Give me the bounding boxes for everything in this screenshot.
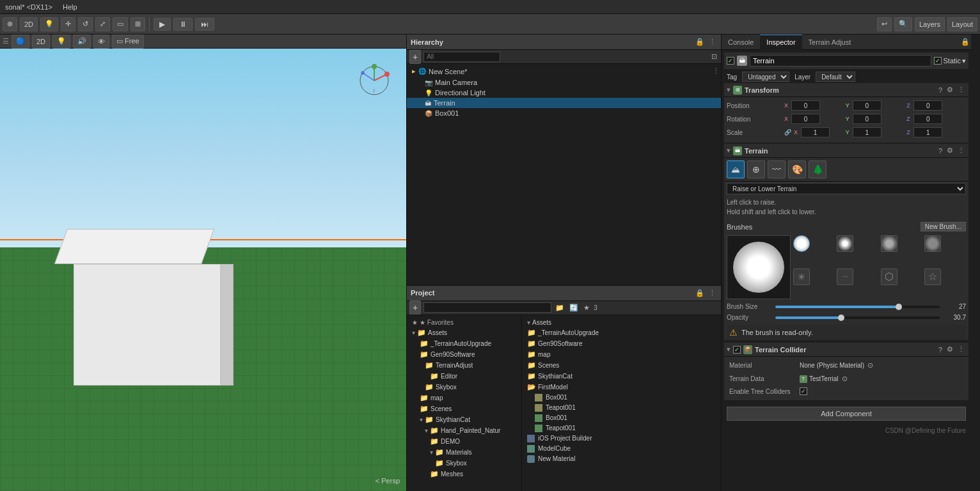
hierarchy-add-btn[interactable]: + — [409, 50, 421, 64]
right-terrain-upgrade[interactable]: 📁 _TerrainAutoUpgrade — [522, 327, 721, 338]
hierarchy-menu-btn[interactable]: ⋮ — [707, 37, 717, 47]
project-menu-btn[interactable]: ⋮ — [707, 288, 717, 298]
project-lock-btn[interactable]: 🔒 — [694, 288, 706, 298]
right-gen90[interactable]: 📁 Gen90Software — [522, 338, 721, 349]
scene-audio-btn[interactable]: 🔊 — [73, 35, 91, 49]
terrain-collider-header[interactable]: ▾ 📦 Terrain Collider ? ⚙ ⋮ — [724, 343, 968, 357]
scale-tool[interactable]: ⤢ — [95, 17, 110, 31]
terrain-mode-select[interactable]: Raise or Lower Terrain — [727, 183, 966, 194]
transform-all[interactable]: ⊞ — [130, 17, 145, 31]
project-search[interactable] — [423, 302, 551, 313]
transform-settings-btn[interactable]: ⚙ — [945, 85, 954, 95]
tab-terrain-adjust[interactable]: Terrain Adjust — [802, 35, 858, 50]
play-button[interactable]: ▶ — [154, 18, 171, 31]
material-pick-btn[interactable]: ⊙ — [866, 361, 874, 370]
materials-folder[interactable]: ▾ 📁 Materials — [407, 447, 521, 458]
project-refresh-btn[interactable]: 🔄 — [568, 303, 580, 313]
skybox2-folder[interactable]: 📁 Skybox — [407, 458, 521, 469]
right-teapot001b[interactable]: Teapot001 — [522, 423, 721, 433]
right-ios[interactable]: iOS Project Builder — [522, 433, 721, 444]
2d-btn[interactable]: 2D — [20, 17, 38, 31]
terrain-smooth-btn[interactable]: 〰 — [768, 160, 786, 178]
tree-colliders-checkbox[interactable] — [800, 387, 807, 395]
right-map[interactable]: 📁 map — [522, 349, 721, 360]
inspector-lock-btn[interactable]: 🔒 — [960, 37, 971, 47]
project-folder-btn[interactable]: 📁 — [554, 303, 565, 313]
scene-2d-btn[interactable]: 2D — [32, 35, 50, 49]
right-scenes[interactable]: 📁 Scenes — [522, 360, 721, 371]
search-btn[interactable]: 🔍 — [894, 17, 912, 31]
obj-name-field[interactable] — [750, 55, 931, 66]
transform-header[interactable]: ▾ ⊞ Transform ? ⚙ ⋮ — [724, 83, 968, 97]
pause-button[interactable]: ⏸ — [173, 18, 193, 31]
light-btn[interactable]: 💡 — [40, 17, 58, 31]
gen90-folder[interactable]: 📁 Gen90Software — [407, 349, 521, 360]
hierarchy-lock-btn[interactable]: 🔒 — [694, 37, 706, 47]
scenes-folder[interactable]: 📁 Scenes — [407, 403, 521, 414]
hierarchy-light[interactable]: 💡 Directional Light — [407, 88, 721, 98]
hierarchy-search[interactable] — [423, 52, 500, 62]
hierarchy-box[interactable]: 📦 Box001 — [407, 108, 721, 118]
scene-light-btn[interactable]: 💡 — [52, 35, 70, 49]
new-brush-button[interactable]: New Brush... — [921, 222, 966, 231]
hierarchy-scene[interactable]: ▸ 🌐 New Scene* ⋮ — [407, 65, 721, 77]
opacity-thumb[interactable] — [838, 315, 844, 321]
right-box001b[interactable]: Box001 — [522, 413, 721, 423]
add-component-button[interactable]: Add Component — [727, 407, 966, 421]
static-dropdown-icon[interactable]: ▾ — [962, 57, 966, 65]
terrain-component-header[interactable]: ▾ 🏔 Terrain ? ⚙ ⋮ — [724, 144, 968, 158]
tag-select[interactable]: Untagged — [742, 72, 789, 82]
meshes-folder[interactable]: 📁 Meshes — [407, 469, 521, 479]
skythian-folder[interactable]: ▾ 📁 SkythianCat — [407, 414, 521, 425]
right-modelcube[interactable]: ModelCube — [522, 444, 721, 454]
tab-inspector[interactable]: Inspector — [760, 35, 802, 50]
pos-y-input[interactable] — [853, 100, 881, 111]
brush-scattered-item[interactable]: ··· — [837, 269, 853, 285]
hierarchy-camera[interactable]: 📷 Main Camera — [407, 77, 721, 88]
terrain-tree-btn[interactable]: 🌲 — [809, 160, 826, 178]
rot-y-input[interactable] — [853, 114, 881, 124]
undo-btn[interactable]: ↩ — [877, 17, 892, 31]
scene-gizmo-btn[interactable]: 👁 — [93, 35, 109, 49]
layers-btn[interactable]: Layers — [915, 17, 945, 31]
brush-hex-item[interactable]: ⬡ — [881, 269, 897, 285]
rot-x-input[interactable] — [791, 114, 820, 124]
scene-render-mode[interactable]: 🔵 — [12, 35, 29, 49]
transform-menu-btn[interactable]: ⋮ — [956, 85, 966, 95]
collider-help-btn[interactable]: ? — [937, 345, 944, 354]
obj-active-checkbox[interactable] — [727, 57, 734, 65]
map-folder[interactable]: 📁 map — [407, 393, 521, 403]
layer-select[interactable]: Default — [816, 72, 855, 82]
terrain-stamp-btn[interactable]: ⊕ — [747, 160, 765, 178]
rect-tool[interactable]: ▭ — [113, 17, 128, 31]
right-firstmodel[interactable]: 📂 FirstModel — [522, 382, 721, 393]
rotate-tool[interactable]: ↺ — [78, 17, 93, 31]
assets-root[interactable]: ▾ 📁 Assets — [407, 327, 521, 338]
terrain-adjust-folder[interactable]: 📁 TerrainAdjust — [407, 360, 521, 371]
hand-painted-folder[interactable]: ▾ 📁 Hand_Painted_Natur — [407, 425, 521, 436]
brush-soft-item[interactable] — [837, 235, 853, 252]
brush-size-thumb[interactable] — [896, 304, 902, 310]
pos-z-input[interactable] — [913, 100, 942, 111]
terrain-help-btn[interactable]: ? — [937, 146, 944, 155]
brush-circle-item[interactable] — [793, 235, 810, 252]
scene-aspect-btn[interactable]: ▭ Free — [112, 35, 144, 49]
brush-cluster-item[interactable]: ✳ — [793, 269, 810, 285]
brush-size-track[interactable] — [775, 306, 940, 308]
transform-tool[interactable]: ⊕ — [3, 17, 17, 31]
opacity-track[interactable] — [775, 316, 940, 319]
brush-star-item[interactable]: ☆ — [924, 269, 941, 285]
scale-z-input[interactable] — [913, 127, 942, 137]
project-star-btn[interactable]: ★ — [582, 303, 591, 313]
editor-folder[interactable]: 📁 Editor — [407, 371, 521, 382]
scene-canvas[interactable]: y < Persp — [0, 49, 406, 491]
right-box001[interactable]: Box001 — [522, 393, 721, 403]
tab-console[interactable]: Console — [722, 35, 760, 50]
terrain-data-pick-btn[interactable]: ⊙ — [841, 374, 849, 384]
right-teapot001[interactable]: Teapot001 — [522, 403, 721, 413]
hierarchy-search-expand[interactable]: ⊡ — [710, 52, 718, 61]
pos-x-input[interactable] — [791, 100, 820, 111]
brush-hard-item[interactable] — [924, 235, 941, 252]
collider-settings-btn[interactable]: ⚙ — [945, 345, 954, 354]
layout-btn[interactable]: Layout — [947, 17, 977, 31]
